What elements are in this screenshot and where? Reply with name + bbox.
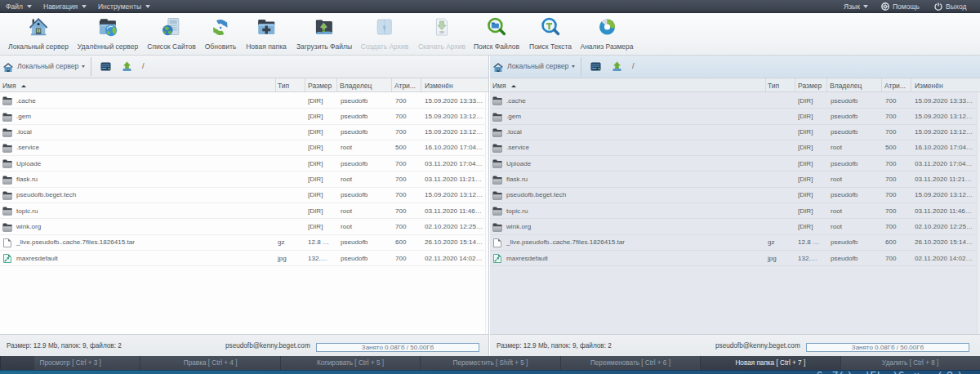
svg-text:ZIP: ZIP xyxy=(440,31,444,34)
